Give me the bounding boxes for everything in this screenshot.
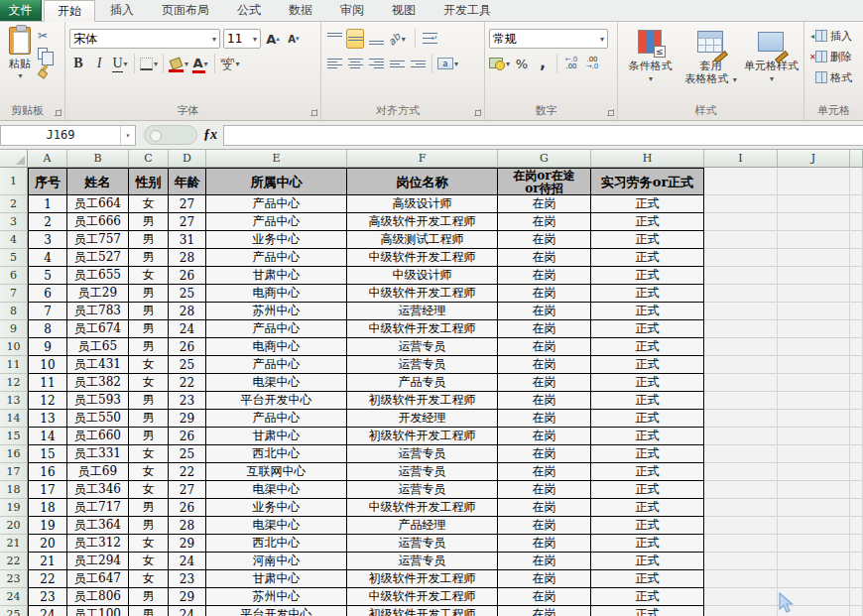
cell[interactable]: 正式 (591, 303, 704, 320)
cell[interactable]: 女 (129, 463, 169, 481)
cell[interactable]: 10 (28, 356, 67, 374)
row-header-2[interactable]: 2 (0, 195, 28, 213)
empty-cell[interactable] (778, 428, 850, 445)
cell[interactable]: 平台开发中心 (206, 392, 347, 410)
cell[interactable]: 24 (28, 606, 67, 616)
cell[interactable]: 正式 (591, 606, 704, 616)
cell[interactable]: 3 (28, 231, 67, 249)
cell[interactable]: 正式 (591, 499, 704, 517)
cell[interactable]: 正式 (591, 428, 704, 445)
cell[interactable]: 男 (129, 303, 169, 320)
header-cell[interactable]: 所属中心 (206, 168, 347, 195)
cell[interactable]: 中级软件开发工程师 (347, 320, 498, 338)
cell[interactable]: 男 (129, 213, 169, 231)
cell[interactable]: 在岗 (498, 285, 591, 303)
empty-cell[interactable] (704, 445, 778, 463)
cell[interactable]: 20 (28, 535, 67, 553)
empty-cell[interactable] (778, 374, 850, 392)
cell[interactable]: 在岗 (498, 535, 591, 553)
cell[interactable]: 员工783 (67, 303, 129, 320)
cell[interactable]: 产品中心 (206, 195, 347, 213)
cell[interactable]: 男 (129, 285, 169, 303)
decrease-indent-button[interactable] (388, 54, 406, 73)
cell[interactable]: 在岗 (498, 195, 591, 213)
cell[interactable]: 男 (129, 588, 169, 606)
empty-cell[interactable] (850, 570, 863, 588)
conditional-formatting-button[interactable]: 条件格式▾ (620, 25, 680, 104)
cell[interactable]: 女 (129, 553, 169, 570)
cell[interactable]: 中级软件开发工程师 (347, 588, 498, 606)
cell[interactable]: 在岗 (498, 267, 591, 285)
cell[interactable]: 女 (129, 374, 169, 392)
cell[interactable]: 运营专员 (347, 338, 498, 356)
cell[interactable]: 29 (169, 588, 206, 606)
borders-button[interactable]: ▾ (140, 54, 158, 73)
cell[interactable]: 11 (28, 374, 67, 392)
empty-cell[interactable] (704, 499, 778, 517)
header-cell[interactable]: 实习劳务or正式 (591, 168, 704, 195)
cell[interactable]: 员工550 (67, 410, 129, 428)
empty-cell[interactable] (704, 267, 778, 285)
cell[interactable]: 初级软件开发工程师 (347, 606, 498, 616)
cell[interactable]: 男 (129, 517, 169, 535)
cell[interactable]: 2 (28, 213, 67, 231)
cell[interactable]: 24 (169, 553, 206, 570)
name-box-dropdown-icon[interactable]: ▾ (120, 126, 135, 145)
empty-cell[interactable] (778, 392, 850, 410)
column-header-G[interactable]: G (498, 150, 591, 167)
font-size-combo[interactable]: 11▾ (223, 29, 261, 49)
cell[interactable]: 男 (129, 428, 169, 445)
cell[interactable]: 电商中心 (206, 338, 347, 356)
cell[interactable]: 员工65 (67, 338, 129, 356)
empty-cell[interactable] (704, 338, 778, 356)
cell[interactable]: 在岗 (498, 303, 591, 320)
cell[interactable]: 产品中心 (206, 410, 347, 428)
cell[interactable]: 运营专员 (347, 535, 498, 553)
cell[interactable]: 员工346 (67, 481, 129, 499)
empty-cell[interactable] (704, 249, 778, 267)
row-header-10[interactable]: 10 (0, 338, 28, 356)
cell[interactable]: 女 (129, 570, 169, 588)
cell[interactable]: 12 (28, 392, 67, 410)
delete-cells-button[interactable]: 删除 (808, 48, 861, 65)
cell[interactable]: 互联网中心 (206, 463, 347, 481)
number-format-combo[interactable]: 常规▾ (489, 29, 608, 49)
cell[interactable]: 在岗 (498, 410, 591, 428)
grow-font-button[interactable]: A▴ (264, 29, 282, 49)
cell[interactable]: 产品经理 (347, 517, 498, 535)
cell[interactable]: 女 (129, 445, 169, 463)
header-cell[interactable]: 性别 (129, 168, 169, 195)
paste-dropdown-icon[interactable]: ▾ (18, 71, 22, 80)
column-header-I[interactable]: I (704, 150, 778, 167)
cell[interactable]: 员工527 (67, 249, 129, 267)
cell[interactable]: 在岗 (498, 213, 591, 231)
cell[interactable]: 中级软件开发工程师 (347, 285, 498, 303)
tab-开始[interactable]: 开始 (44, 0, 95, 22)
cell[interactable]: 男 (129, 392, 169, 410)
empty-cell[interactable] (778, 481, 850, 499)
header-cell[interactable]: 序号 (28, 168, 67, 195)
copy-button[interactable]: ▾ (38, 47, 53, 61)
row-header-17[interactable]: 17 (0, 463, 28, 481)
cell[interactable]: 运营专员 (347, 356, 498, 374)
cell[interactable]: 电渠中心 (206, 517, 347, 535)
cell[interactable]: 29 (169, 535, 206, 553)
column-header-D[interactable]: D (169, 150, 206, 167)
empty-cell[interactable] (850, 445, 863, 463)
cell[interactable]: 运营经理 (347, 303, 498, 320)
empty-cell[interactable] (704, 535, 778, 553)
empty-cell[interactable] (778, 410, 850, 428)
empty-cell[interactable] (704, 410, 778, 428)
percent-style-button[interactable]: % (513, 54, 531, 73)
empty-cell[interactable] (778, 517, 850, 535)
header-cell[interactable]: 姓名 (67, 168, 129, 195)
cell[interactable]: 正式 (591, 535, 704, 553)
header-cell[interactable]: 在岗or在途or待招 (498, 168, 591, 195)
empty-cell[interactable] (850, 267, 863, 285)
insert-cells-button[interactable]: 插入 (808, 27, 861, 45)
cell[interactable]: 男 (129, 410, 169, 428)
empty-cell[interactable] (850, 168, 863, 195)
cell[interactable]: 18 (28, 499, 67, 517)
cell[interactable]: 产品中心 (206, 356, 347, 374)
cell[interactable]: 运营专员 (347, 553, 498, 570)
